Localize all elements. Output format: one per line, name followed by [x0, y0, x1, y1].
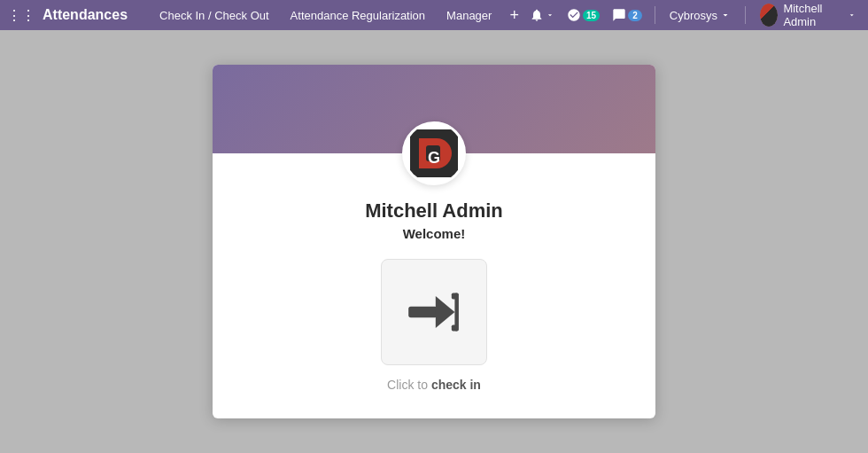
navbar: ⋮⋮ Attendances Check In / Check Out Atte… — [0, 0, 868, 30]
card-user-name: Mitchell Admin — [365, 199, 503, 223]
messages-btn[interactable]: 2 — [608, 0, 646, 30]
user-menu[interactable]: Mitchell Admin — [755, 2, 861, 28]
nav-separator-2 — [745, 6, 746, 24]
activity-btn[interactable]: 15 — [563, 0, 603, 30]
svg-rect-7 — [454, 293, 459, 331]
company-name: Cybrosys — [670, 9, 717, 22]
grid-icon[interactable]: ⋮⋮ — [7, 7, 35, 24]
main-content: G Mitchell Admin Welcome! — [0, 30, 868, 453]
card-header: G — [213, 65, 655, 153]
activity-icon — [567, 8, 581, 22]
card-body: Mitchell Admin Welcome! — [213, 153, 655, 418]
checkin-label-prefix: Click to — [387, 378, 431, 392]
checkin-label-action: check in — [431, 378, 481, 392]
message-icon — [612, 8, 626, 22]
nav-checkin[interactable]: Check In / Check Out — [149, 0, 280, 30]
company-logo: G — [410, 129, 458, 177]
nav-separator — [655, 6, 655, 24]
checkin-arrow-icon — [402, 280, 466, 344]
nav-plus[interactable]: + — [502, 6, 526, 25]
company-chevron-icon — [720, 10, 731, 20]
svg-text:G: G — [428, 149, 440, 167]
company-selector[interactable]: Cybrosys — [664, 9, 736, 22]
notifications-btn[interactable] — [526, 0, 558, 30]
avatar — [760, 4, 779, 27]
avatar-image — [760, 4, 779, 27]
user-chevron-icon — [848, 10, 856, 20]
checkin-label: Click to check in — [387, 378, 481, 392]
bell-icon — [530, 8, 544, 22]
svg-marker-4 — [436, 296, 455, 328]
activity-badge: 15 — [583, 10, 600, 21]
message-badge: 2 — [628, 10, 642, 21]
card-welcome: Welcome! — [403, 226, 466, 241]
nav-right: 15 2 Cybrosys Mitchell Admin — [526, 0, 861, 30]
bell-chevron-icon — [546, 11, 554, 20]
checkin-card: G Mitchell Admin Welcome! — [213, 65, 655, 418]
checkin-button[interactable] — [381, 259, 487, 365]
nav-manager[interactable]: Manager — [436, 0, 502, 30]
card-avatar: G — [402, 121, 466, 185]
app-title: Attendances — [43, 7, 128, 23]
user-name-nav: Mitchell Admin — [783, 2, 841, 28]
nav-regularization[interactable]: Attendance Regularization — [280, 0, 437, 30]
nav-links: Check In / Check Out Attendance Regulari… — [149, 0, 526, 30]
svg-rect-3 — [408, 307, 437, 318]
